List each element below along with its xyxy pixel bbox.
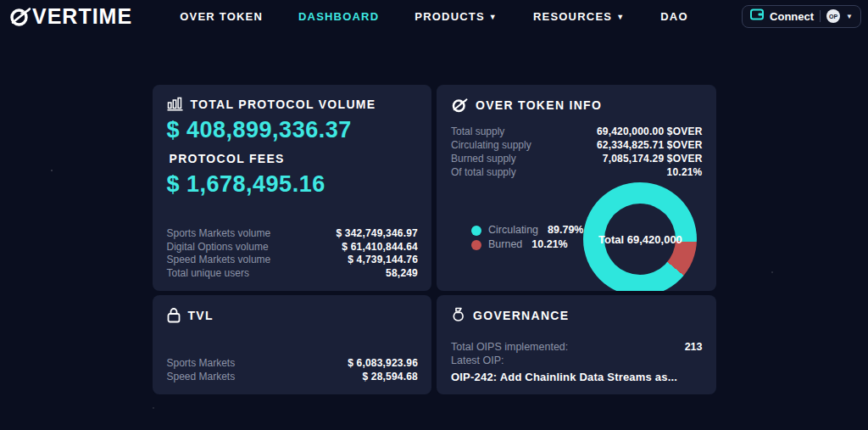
card-title: TVL [188,309,214,322]
token-distribution-donut: Total 69,420,000 [583,182,697,291]
stat-row: Total supply 69,420,000.00 $OVER [451,125,703,138]
nav-item-over-token[interactable]: OVER TOKEN [180,10,263,23]
chevron-down-icon[interactable]: ▼ [846,13,853,20]
card-title: GOVERNANCE [473,309,569,322]
tvl-card: TVL Sports Markets $ 6,083,923.96 Speed … [153,295,432,394]
legend-item-burned: Burned 10.21% [471,237,583,252]
nav-item-resources[interactable]: RESOURCES ▼ [533,10,625,23]
over-token-info-card: OVER TOKEN INFO Total supply 69,420,000.… [437,85,716,291]
total-protocol-volume-value: $ 408,899,336.37 [167,117,419,143]
governance-gavel-icon [451,307,465,324]
top-nav-bar: VERTIME OVER TOKEN DASHBOARD PRODUCTS ▼ … [0,0,868,32]
stat-row: Speed Markets $ 28,594.68 [167,371,419,384]
donut-center-label: Total 69,420,000 [583,182,697,291]
legend-dot-circulating [471,226,481,236]
protocol-fees-value: $ 1,678,495.16 [167,171,419,198]
chevron-down-icon: ▼ [616,13,625,21]
dashboard-grid: TOTAL PROTOCOL VOLUME $ 408,899,336.37 P… [153,85,716,394]
donut-legend: Circulating 89.79% Burned 10.21% [471,223,583,252]
governance-card: GOVERNANCE Total OIPS implemented: 213 L… [437,295,716,394]
logo-wordmark: VERTIME [32,6,132,27]
stat-row: Circulating supply 62,334,825.71 $OVER [451,138,703,152]
tvl-stats: Sports Markets $ 6,083,923.96 Speed Mark… [167,357,419,383]
token-distribution-chart: Circulating 89.79% Burned 10.21% Total 6… [451,179,703,291]
overtime-logo[interactable]: VERTIME [8,5,132,28]
lock-icon [167,307,181,323]
stat-row: Speed Markets volume $ 4,739,144.76 [167,254,419,267]
stat-row: Burned supply 7,085,174.29 $OVER [451,152,703,165]
stat-row: Sports Markets volume $ 342,749,346.97 [167,227,419,241]
stat-row: Latest OIP: [451,354,703,367]
legend-item-circulating: Circulating 89.79% [471,223,583,237]
protocol-fees-title: PROTOCOL FEES [170,152,419,165]
governance-stats: Total OIPS implemented: 213 Latest OIP: … [451,340,703,383]
nav-item-dao[interactable]: DAO [660,10,688,23]
card-title: TOTAL PROTOCOL VOLUME [191,98,376,111]
total-protocol-volume-card: TOTAL PROTOCOL VOLUME $ 408,899,336.37 P… [153,85,432,291]
token-supply-stats: Total supply 69,420,000.00 $OVER Circula… [451,125,703,179]
protocol-volume-stats: Sports Markets volume $ 342,749,346.97 D… [167,227,419,280]
bar-chart-icon [167,97,183,111]
stat-row: Total unique users 58,249 [167,267,419,281]
stat-row: Total OIPS implemented: 213 [451,340,703,354]
stat-row: Sports Markets $ 6,083,923.96 [167,357,419,371]
card-title: OVER TOKEN INFO [476,98,602,112]
connect-label: Connect [770,10,814,23]
divider [820,10,821,22]
network-badge-op[interactable]: OP [826,9,840,23]
stat-row: Digital Options volume $ 61,410,844.64 [167,241,419,254]
over-token-icon [451,97,468,114]
nav-item-products[interactable]: PRODUCTS ▼ [415,10,498,23]
stat-row: Of total supply 10.21% [451,165,703,179]
nav-item-dashboard[interactable]: DASHBOARD [298,10,379,23]
wallet-icon [750,8,764,24]
chevron-down-icon: ▼ [489,13,498,21]
logo-o-swoosh-icon [8,5,31,28]
legend-dot-burned [471,240,481,250]
latest-oip-link[interactable]: OIP-242: Add Chainlink Data Streams as..… [451,371,703,383]
main-nav: OVER TOKEN DASHBOARD PRODUCTS ▼ RESOURCE… [180,10,687,23]
connect-wallet-button[interactable]: Connect OP ▼ [742,5,861,28]
